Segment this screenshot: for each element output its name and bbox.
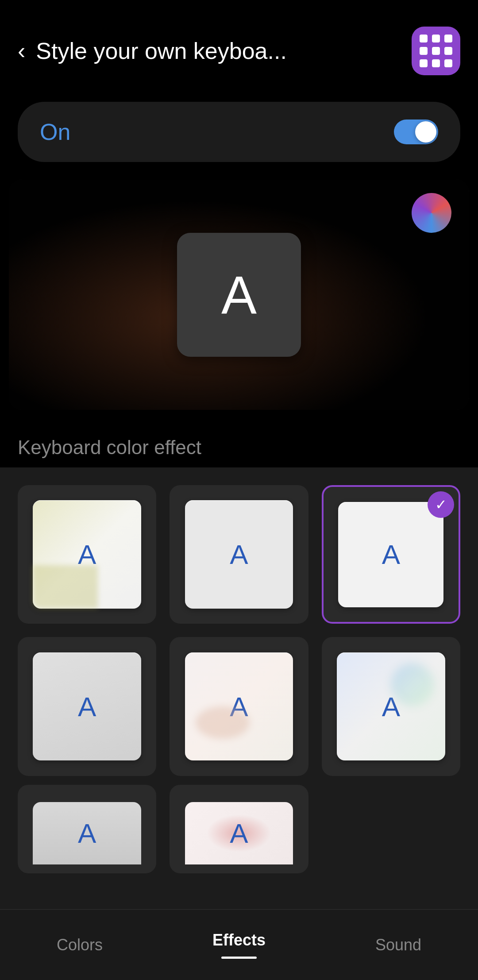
key-card-inner-7: A: [33, 802, 141, 864]
keyboard-preview: A: [9, 180, 469, 410]
key-letter-7: A: [78, 818, 96, 849]
back-button[interactable]: ‹: [18, 39, 25, 62]
effect-card-6[interactable]: A: [322, 637, 460, 776]
header-left: ‹ Style your own keyboa...: [18, 38, 287, 64]
effect-card-5[interactable]: A: [170, 637, 308, 776]
effect-card-4[interactable]: A: [18, 637, 156, 776]
grid-dots-icon: [411, 26, 461, 76]
nav-sound[interactable]: Sound: [319, 936, 478, 954]
key-letter-3: A: [382, 539, 400, 570]
key-preview-card: A: [177, 233, 301, 357]
key-card-inner-4: A: [33, 652, 141, 760]
dot: [432, 47, 440, 55]
key-card-inner-8: A: [185, 802, 293, 864]
dot: [444, 47, 452, 55]
dot: [420, 35, 428, 42]
nav-effects-underline: [221, 957, 257, 959]
header: ‹ Style your own keyboa...: [0, 0, 478, 93]
toggle-row: On: [18, 102, 460, 162]
key-card-inner-6: A: [337, 652, 445, 760]
dot: [420, 59, 428, 67]
key-card-inner-5: A: [185, 652, 293, 760]
effect-card-9-placeholder: [322, 785, 460, 873]
key-letter-6: A: [382, 691, 400, 722]
nav-effects-label: Effects: [212, 931, 266, 949]
effect-card-3[interactable]: ✓ A: [322, 485, 460, 624]
key-card-inner-3: A: [338, 502, 443, 607]
key-letter-2: A: [230, 539, 248, 570]
dot: [432, 35, 440, 42]
partial-row: A A: [0, 785, 478, 882]
color-orb-button[interactable]: [412, 193, 451, 233]
key-letter-5: A: [230, 691, 248, 722]
key-letter-1: A: [78, 539, 96, 570]
toggle-label: On: [40, 119, 70, 145]
section-label: Keyboard color effect: [0, 419, 478, 467]
effect-card-1[interactable]: A: [18, 485, 156, 624]
effect-card-7[interactable]: A: [18, 785, 156, 873]
selected-checkmark: ✓: [428, 491, 454, 518]
key-preview-letter: A: [221, 264, 257, 325]
effect-card-2[interactable]: A: [170, 485, 308, 624]
key-letter-8: A: [230, 818, 248, 849]
nav-colors[interactable]: Colors: [0, 936, 159, 954]
key-card-inner-2: A: [185, 500, 293, 608]
bottom-navigation: Colors Effects Sound: [0, 909, 478, 980]
nav-colors-label: Colors: [57, 936, 103, 954]
nav-sound-label: Sound: [375, 936, 421, 954]
effect-card-8[interactable]: A: [170, 785, 308, 873]
page-title: Style your own keyboa...: [36, 38, 287, 64]
app-icon[interactable]: [412, 27, 460, 75]
key-letter-4: A: [78, 691, 96, 722]
toggle-knob: [415, 121, 436, 143]
dot: [444, 59, 452, 67]
dot: [432, 59, 440, 67]
dot: [444, 35, 452, 42]
key-card-inner-1: A: [33, 500, 141, 608]
nav-effects[interactable]: Effects: [159, 931, 319, 959]
color-effect-grid: A A ✓ A A A A: [0, 467, 478, 785]
toggle-switch[interactable]: [394, 120, 438, 144]
dot: [420, 47, 428, 55]
